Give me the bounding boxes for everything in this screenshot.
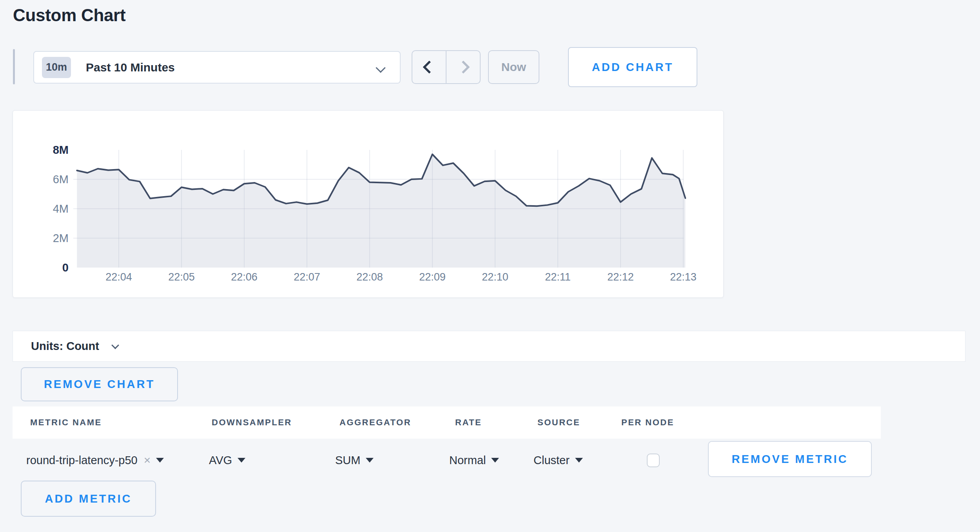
x-axis-tick-label: 22:11 xyxy=(530,271,585,283)
metric-name-value: round-trip-latency-p50 xyxy=(26,454,138,467)
column-header-source: SOURCE xyxy=(537,417,580,428)
x-axis-tick-label: 22:13 xyxy=(656,271,711,283)
chevron-right-icon xyxy=(457,60,470,74)
rate-dropdown[interactable]: Normal xyxy=(449,449,499,471)
column-header-metric-name: METRIC NAME xyxy=(30,417,102,428)
x-axis-tick-label: 22:06 xyxy=(217,271,272,283)
x-axis-tick-label: 22:07 xyxy=(279,271,334,283)
units-label: Units: Count xyxy=(31,340,99,353)
x-axis-tick-label: 22:09 xyxy=(405,271,460,283)
x-axis-tick-label: 22:10 xyxy=(468,271,523,283)
close-icon[interactable]: × xyxy=(144,454,151,467)
latency-area-chart[interactable] xyxy=(13,111,724,298)
time-range-label: Past 10 Minutes xyxy=(86,61,175,74)
x-axis-tick-label: 22:12 xyxy=(593,271,648,283)
time-range-dropdown[interactable]: 10m Past 10 Minutes xyxy=(33,51,401,84)
column-header-aggregator: AGGREGATOR xyxy=(339,417,411,428)
time-range-badge: 10m xyxy=(42,57,71,78)
prev-time-button[interactable] xyxy=(412,51,446,83)
add-chart-button[interactable]: ADD CHART xyxy=(568,47,697,87)
per-node-checkbox[interactable] xyxy=(647,454,660,467)
chevron-down-icon xyxy=(111,341,119,349)
page-title: Custom Chart xyxy=(13,5,125,25)
chevron-left-icon xyxy=(423,60,436,74)
caret-down-icon xyxy=(238,458,245,463)
time-pager xyxy=(412,50,481,84)
column-header-rate: RATE xyxy=(455,417,482,428)
y-axis-tick-label: 4M xyxy=(33,202,69,215)
metrics-table-header: METRIC NAMEDOWNSAMPLERAGGREGATORRATESOUR… xyxy=(13,406,881,439)
y-axis-tick-label: 0 xyxy=(33,261,69,274)
source-value: Cluster xyxy=(534,454,570,467)
downsampler-value: AVG xyxy=(209,454,232,467)
y-axis-tick-label: 8M xyxy=(33,144,69,156)
aggregator-value: SUM xyxy=(335,454,360,467)
x-axis-tick-label: 22:04 xyxy=(91,271,146,283)
column-header-downsampler: DOWNSAMPLER xyxy=(212,417,292,428)
chevron-down-icon xyxy=(376,63,385,73)
caret-down-icon xyxy=(156,458,164,463)
y-axis-tick-label: 2M xyxy=(33,232,69,244)
column-header-per-node: PER NODE xyxy=(621,417,674,428)
remove-chart-button[interactable]: REMOVE CHART xyxy=(21,367,178,401)
source-dropdown[interactable]: Cluster xyxy=(534,449,583,471)
custom-chart-page: Custom Chart 10m Past 10 Minutes Now ADD… xyxy=(0,0,980,532)
caret-down-icon xyxy=(366,458,374,463)
caret-down-icon xyxy=(491,458,499,463)
metric-name-dropdown[interactable]: round-trip-latency-p50 × xyxy=(26,449,164,471)
now-button[interactable]: Now xyxy=(488,50,539,84)
add-metric-button[interactable]: ADD METRIC xyxy=(21,481,156,517)
toolbar-accent-bar xyxy=(13,49,15,84)
next-time-button[interactable] xyxy=(446,51,480,83)
remove-metric-button[interactable]: REMOVE METRIC xyxy=(708,441,872,477)
units-dropdown[interactable]: Units: Count xyxy=(13,331,965,362)
chart-card: 02M4M6M8M22:0422:0522:0622:0722:0822:092… xyxy=(13,110,724,298)
y-axis-tick-label: 6M xyxy=(33,173,69,186)
aggregator-dropdown[interactable]: SUM xyxy=(335,449,374,471)
caret-down-icon xyxy=(575,458,583,463)
downsampler-dropdown[interactable]: AVG xyxy=(209,449,245,471)
x-axis-tick-label: 22:08 xyxy=(342,271,397,283)
rate-value: Normal xyxy=(449,454,486,467)
x-axis-tick-label: 22:05 xyxy=(154,271,209,283)
